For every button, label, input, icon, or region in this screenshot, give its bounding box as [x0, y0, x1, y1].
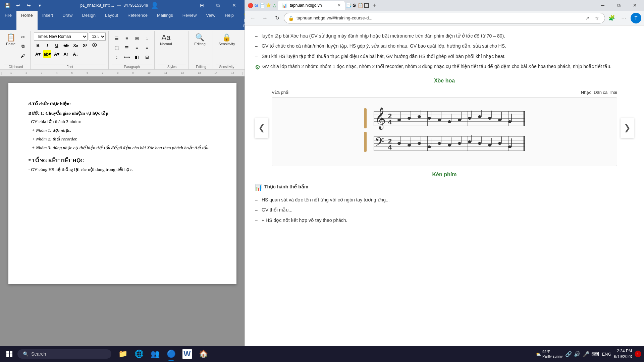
bullets-btn[interactable]: ☰ — [112, 34, 121, 43]
tab-icon-star[interactable]: ⭐ — [266, 3, 271, 8]
superscript-btn[interactable]: X² — [81, 41, 89, 49]
tab-icon-app2[interactable]: 📑 — [345, 3, 351, 8]
start-button[interactable] — [3, 347, 16, 361]
clear-format-btn[interactable]: Ⓐ — [90, 41, 98, 49]
decrease-font-btn[interactable]: A↓ — [71, 50, 79, 58]
word-phonenumber: 84795153649 — [123, 3, 148, 8]
tab-icon-app3[interactable]: ⚙ — [352, 3, 357, 8]
font-size-select[interactable]: 13.5 — [89, 33, 106, 41]
bookmark-btn[interactable]: ☆ — [593, 14, 601, 22]
tab-file[interactable]: File — [0, 11, 16, 30]
bold-btn[interactable]: B — [34, 41, 42, 49]
back-btn[interactable]: ← — [248, 13, 258, 23]
strikethrough-btn[interactable]: ab — [62, 41, 70, 49]
word-undo-btn[interactable]: ↩ — [13, 1, 23, 10]
styles-btn[interactable]: Aa Normal — [158, 33, 174, 47]
word-restore-btn[interactable]: ⧉ — [210, 0, 226, 11]
taskbar-teams[interactable]: 👥 — [148, 347, 162, 361]
taskbar-edge[interactable]: 🔵 — [164, 347, 178, 361]
borders-btn[interactable]: ⊞ — [142, 53, 152, 61]
tab-mailings[interactable]: Mailings — [152, 11, 178, 30]
tab-view[interactable]: View — [201, 11, 220, 30]
copy-btn[interactable]: ⧉ — [18, 42, 28, 51]
outline-btn[interactable]: ⊞ — [132, 34, 142, 43]
subscript-btn[interactable]: X₂ — [71, 41, 79, 49]
taskbar-word[interactable]: W — [180, 347, 195, 361]
font-color-btn[interactable]: A▾ — [34, 50, 42, 58]
tab-review[interactable]: Review — [178, 11, 202, 30]
sort-btn[interactable]: ↕ — [142, 34, 152, 43]
profile-btn[interactable]: T — [631, 13, 641, 23]
sensitivity-btn[interactable]: 🔒 Sensitivity — [216, 33, 237, 47]
mic-icon[interactable]: 🎤 — [583, 351, 589, 357]
increase-font-btn[interactable]: A↑ — [62, 50, 70, 58]
tab-icon-google[interactable]: G — [254, 3, 259, 8]
word-profile-icon[interactable]: 👤 — [151, 2, 158, 9]
highlight-color-btn[interactable]: ab▾ — [43, 50, 51, 58]
taskbar-app1[interactable]: 🏠 — [196, 347, 211, 361]
share-page-btn[interactable]: ↗ — [583, 14, 591, 22]
word-document-area[interactable]: d.Tổ chức thực hiện: Bước 1: Chuyển giao… — [0, 76, 245, 354]
keyboard-icon[interactable]: ⌨ — [591, 351, 599, 357]
italic-btn[interactable]: I — [43, 41, 51, 49]
taskbar-search-bar[interactable]: 🔍 Search — [17, 349, 111, 359]
tab-icon-youtube[interactable]: 🔴 — [248, 3, 253, 8]
tab-layout[interactable]: Layout — [100, 11, 123, 30]
forward-btn[interactable]: → — [260, 13, 270, 23]
tab-draw[interactable]: Draw — [58, 11, 77, 30]
tab-reference[interactable]: Reference — [123, 11, 152, 30]
paste-btn[interactable]: 📋 Paste — [4, 33, 17, 47]
next-page-arrow[interactable]: ❯ — [621, 118, 634, 138]
extensions-btn[interactable]: 🧩 — [606, 13, 617, 23]
font-name-select[interactable]: Times New Roman — [34, 33, 88, 41]
taskbar-file-explorer[interactable]: 📁 — [115, 347, 130, 361]
taskbar-chrome[interactable]: 🌐 — [131, 347, 146, 361]
word-redo-btn[interactable]: ↪ — [24, 1, 34, 10]
language-indicator[interactable]: ENG — [602, 352, 611, 357]
word-save-btn[interactable]: 💾 — [3, 1, 12, 10]
word-minimize-btn[interactable]: ⊟ — [194, 0, 210, 11]
address-bar[interactable]: 🔒 taphuan.nxbgd.vn/#/training-course-d..… — [284, 13, 605, 23]
volume-icon[interactable]: 🔊 — [574, 351, 581, 357]
numbering-btn[interactable]: ≡ — [122, 34, 131, 43]
font-color-2-btn[interactable]: A▾ — [53, 50, 61, 58]
active-tab-close-btn[interactable]: ✕ — [337, 3, 341, 8]
new-tab-btn[interactable]: + — [370, 1, 379, 10]
bullet4-text: HS quan sát và đọc tên nốt ứng với cỡ ng… — [255, 196, 634, 203]
tab-icon-app5[interactable]: 🔲 — [364, 3, 369, 8]
browser-minimize-btn[interactable]: ─ — [595, 0, 610, 11]
align-center-btn[interactable]: ☰ — [122, 43, 131, 52]
network-icon[interactable]: 🔗 — [565, 351, 572, 357]
word-more-btn[interactable]: ▾ — [35, 1, 44, 10]
tab-help[interactable]: Help — [220, 11, 238, 30]
bullet5-content: GV thổi mẫu... — [262, 207, 292, 213]
justify-btn[interactable]: ≡ — [142, 43, 152, 52]
format-painter-btn[interactable]: 🖌 — [18, 51, 28, 60]
notification-badge[interactable]: 1 — [635, 351, 641, 357]
editing-btn[interactable]: 🔍 Editing — [192, 33, 208, 47]
tab-icon-drive[interactable]: △ — [272, 3, 277, 8]
weather-widget[interactable]: ⛅ 92°F Partly sunny — [536, 349, 563, 359]
system-clock[interactable]: 2:34 PM 6/19/2023 — [614, 348, 632, 360]
browser-content[interactable]: luyện tập bài Xòe hoa (GV sử dụng máy đá… — [245, 25, 644, 349]
underline-btn[interactable]: U — [53, 41, 61, 49]
tab-insert[interactable]: Insert — [38, 11, 58, 30]
svg-text:𝄢: 𝄢 — [375, 135, 384, 152]
line-spacing-btn[interactable]: ↕ — [112, 53, 121, 61]
refresh-btn[interactable]: ↻ — [272, 13, 282, 23]
browser-close-btn[interactable]: ✕ — [627, 0, 643, 11]
align-right-btn[interactable]: ≡ — [132, 43, 142, 52]
tab-home[interactable]: Home — [16, 11, 38, 30]
align-left-btn[interactable]: ⬚ — [112, 43, 121, 52]
tab-icon-app4[interactable]: 📋 — [358, 3, 363, 8]
prev-page-arrow[interactable]: ❮ — [255, 118, 268, 138]
browser-restore-btn[interactable]: ⧉ — [611, 0, 627, 11]
paragraph-spacing-btn[interactable]: ⟺ — [122, 53, 131, 61]
tab-icon-pdf[interactable]: 📄 — [260, 3, 265, 8]
browser-settings-btn[interactable]: ⋯ — [619, 13, 629, 23]
word-close-btn[interactable]: ✕ — [226, 0, 242, 11]
cut-btn[interactable]: ✂ — [18, 33, 28, 41]
tab-design[interactable]: Design — [77, 11, 100, 30]
active-browser-tab[interactable]: 📊 taphuan.nxbgd.vn ✕ — [278, 1, 345, 10]
shading-btn[interactable]: ◧ — [132, 53, 142, 61]
